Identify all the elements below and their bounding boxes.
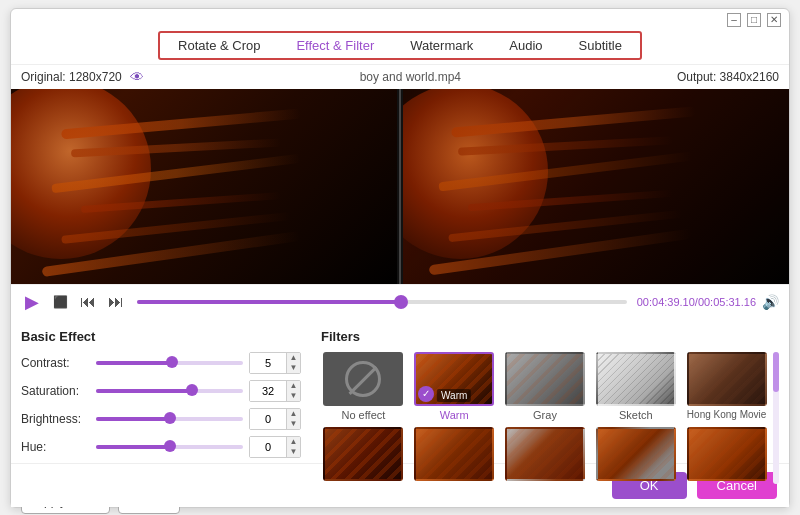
filters-panel: Filters No effect [321, 329, 779, 453]
filter-thumb-warm: ✓ Warm [414, 352, 494, 406]
brightness-spin: ▲ ▼ [286, 409, 300, 429]
filter-thumb-r2-1 [323, 427, 403, 481]
filter-thumb-gray [505, 352, 585, 406]
basic-effect-title: Basic Effect [21, 329, 301, 344]
brightness-input-wrap: ▲ ▼ [249, 408, 301, 430]
filter-gray[interactable]: Gray [503, 352, 588, 421]
filter-thumb-hk [687, 352, 767, 406]
saturation-input[interactable] [250, 381, 286, 401]
brightness-fill [96, 417, 170, 421]
filter-thumb-r2-5 [687, 427, 767, 481]
filter-r2-5[interactable] [684, 427, 769, 484]
brightness-slider[interactable] [96, 417, 243, 421]
video-panel-right [403, 89, 789, 284]
title-bar: – □ ✕ [11, 9, 789, 31]
filter-label-hk: Hong Kong Movie [687, 409, 767, 420]
hue-spin: ▲ ▼ [286, 437, 300, 457]
contrast-spin: ▲ ▼ [286, 353, 300, 373]
time-display: 00:04:39.10/00:05:31.16 [637, 296, 756, 308]
prev-button[interactable]: ⏮ [77, 291, 99, 313]
volume-icon[interactable]: 🔊 [762, 294, 779, 310]
filter-no-effect[interactable]: No effect [321, 352, 406, 421]
main-window: – □ ✕ Rotate & Crop Effect & Filter Wate… [10, 8, 790, 508]
hue-fill [96, 445, 170, 449]
contrast-label: Contrast: [21, 356, 96, 370]
brightness-input[interactable] [250, 409, 286, 429]
basic-effect-panel: Basic Effect Contrast: ▲ ▼ Satur [21, 329, 301, 453]
hue-input[interactable] [250, 437, 286, 457]
progress-bar[interactable] [137, 300, 627, 304]
filters-area: No effect ✓ Warm Warm [321, 352, 779, 484]
tab-effect-filter[interactable]: Effect & Filter [278, 33, 392, 58]
contrast-row: Contrast: ▲ ▼ [21, 352, 301, 374]
hue-input-wrap: ▲ ▼ [249, 436, 301, 458]
minimize-button[interactable]: – [727, 13, 741, 27]
filters-title: Filters [321, 329, 779, 344]
filters-scrollbar[interactable] [773, 352, 779, 484]
tab-rotate-crop[interactable]: Rotate & Crop [160, 33, 278, 58]
filter-warm[interactable]: ✓ Warm Warm [412, 352, 497, 421]
video-info-bar: Original: 1280x720 👁 boy and world.mp4 O… [11, 64, 789, 89]
video-panel-left [11, 89, 397, 284]
eye-icon[interactable]: 👁 [130, 69, 144, 85]
filter-thumb-no-effect [323, 352, 403, 406]
saturation-thumb [186, 384, 198, 396]
saturation-spin: ▲ ▼ [286, 381, 300, 401]
brightness-row: Brightness: ▲ ▼ [21, 408, 301, 430]
video-preview-area [11, 89, 789, 284]
brightness-spin-down[interactable]: ▼ [286, 419, 300, 429]
filter-r2-4[interactable] [593, 427, 678, 484]
video-divider [399, 89, 401, 284]
hue-row: Hue: ▲ ▼ [21, 436, 301, 458]
play-button[interactable]: ▶ [21, 291, 43, 313]
filter-thumb-r2-4 [596, 427, 676, 481]
hue-spin-up[interactable]: ▲ [286, 437, 300, 447]
tab-watermark[interactable]: Watermark [392, 33, 491, 58]
filename: boy and world.mp4 [144, 70, 677, 84]
original-resolution: Original: 1280x720 [21, 70, 122, 84]
maximize-button[interactable]: □ [747, 13, 761, 27]
saturation-spin-up[interactable]: ▲ [286, 381, 300, 391]
tab-subtitle[interactable]: Subtitle [561, 33, 640, 58]
brightness-spin-up[interactable]: ▲ [286, 409, 300, 419]
contrast-input[interactable] [250, 353, 286, 373]
scrollbar-thumb [773, 352, 779, 392]
filter-r2-2[interactable] [412, 427, 497, 484]
stop-button[interactable]: ⬛ [49, 291, 71, 313]
contrast-thumb [166, 356, 178, 368]
progress-fill [137, 300, 401, 304]
output-resolution: Output: 3840x2160 [677, 70, 779, 84]
close-button[interactable]: ✕ [767, 13, 781, 27]
filter-r2-1[interactable] [321, 427, 406, 484]
contrast-input-wrap: ▲ ▼ [249, 352, 301, 374]
saturation-row: Saturation: ▲ ▼ [21, 380, 301, 402]
saturation-input-wrap: ▲ ▼ [249, 380, 301, 402]
main-content: Basic Effect Contrast: ▲ ▼ Satur [11, 319, 789, 463]
contrast-spin-down[interactable]: ▼ [286, 363, 300, 373]
hue-label: Hue: [21, 440, 96, 454]
hue-spin-down[interactable]: ▼ [286, 447, 300, 457]
saturation-spin-down[interactable]: ▼ [286, 391, 300, 401]
next-button[interactable]: ⏭ [105, 291, 127, 313]
hue-thumb [164, 440, 176, 452]
contrast-fill [96, 361, 172, 365]
saturation-slider[interactable] [96, 389, 243, 393]
filter-sketch[interactable]: Sketch [593, 352, 678, 421]
hue-slider[interactable] [96, 445, 243, 449]
filter-label-sketch: Sketch [619, 409, 653, 421]
brightness-label: Brightness: [21, 412, 96, 426]
brightness-thumb [164, 412, 176, 424]
controls-bar: ▶ ⬛ ⏮ ⏭ 00:04:39.10/00:05:31.16 🔊 [11, 284, 789, 319]
saturation-fill [96, 389, 192, 393]
contrast-spin-up[interactable]: ▲ [286, 353, 300, 363]
filter-thumb-sketch [596, 352, 676, 406]
saturation-label: Saturation: [21, 384, 96, 398]
filter-hk-movie[interactable]: Hong Kong Movie [684, 352, 769, 421]
tabs-bar: Rotate & Crop Effect & Filter Watermark … [158, 31, 642, 60]
filter-label-warm: Warm [440, 409, 469, 421]
progress-thumb [394, 295, 408, 309]
filter-thumb-r2-2 [414, 427, 494, 481]
filter-r2-3[interactable] [503, 427, 588, 484]
contrast-slider[interactable] [96, 361, 243, 365]
tab-audio[interactable]: Audio [491, 33, 560, 58]
